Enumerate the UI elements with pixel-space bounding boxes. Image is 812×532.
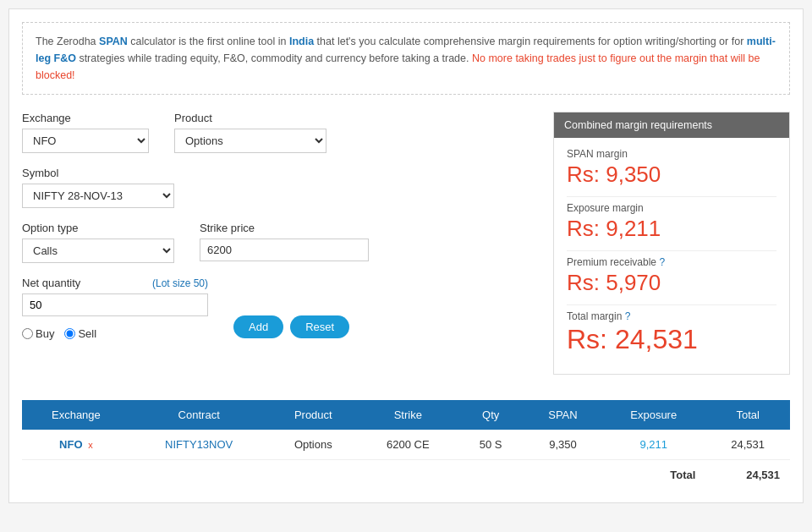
product-label: Product [174, 112, 326, 124]
option-type-label: Option type [22, 222, 174, 234]
span-margin-value: Rs: 9,350 [567, 162, 776, 188]
contract-link[interactable]: NIFTY13NOV [165, 438, 233, 451]
main-container: The Zerodha SPAN calculator is the first… [8, 8, 804, 503]
exchange-select[interactable]: NFO NSE BSE MCX CDS [22, 129, 149, 153]
col-qty: Qty [458, 400, 524, 430]
span-highlight: SPAN [99, 36, 128, 47]
symbol-row: Symbol NIFTY 28-NOV-13 [22, 167, 536, 208]
symbol-select[interactable]: NIFTY 28-NOV-13 [22, 184, 174, 208]
product-select[interactable]: Options Futures Equity [174, 129, 326, 153]
no-more-highlight: No more taking trades just to figure out… [36, 52, 760, 81]
cell-exposure: 9,211 [601, 430, 705, 460]
margin-box-body: SPAN margin Rs: 9,350 Exposure margin Rs… [554, 138, 789, 374]
net-qty-input[interactable]: 50 [22, 293, 208, 316]
margin-box: Combined margin requirements SPAN margin… [553, 112, 790, 375]
add-button[interactable]: Add [233, 315, 283, 338]
form-section: Exchange NFO NSE BSE MCX CDS Product Opt… [22, 112, 790, 375]
cell-strike: 6200 CE [359, 430, 458, 460]
col-contract: Contract [130, 400, 268, 430]
col-product: Product [268, 400, 359, 430]
exchange-label: Exchange [22, 112, 149, 124]
cell-exchange: NFO x [22, 430, 130, 460]
footer-label: Total [22, 460, 705, 491]
sell-radio[interactable] [64, 328, 75, 339]
table-footer-row: Total 24,531 [22, 460, 790, 491]
col-strike: Strike [359, 400, 458, 430]
option-strike-row: Option type Calls Puts Strike price 6200 [22, 222, 536, 263]
exposure-margin-label: Exposure margin [567, 202, 776, 214]
buy-radio[interactable] [22, 328, 33, 339]
col-exposure: Exposure [601, 400, 705, 430]
info-box: The Zerodha SPAN calculator is the first… [22, 22, 790, 95]
exchange-product-row: Exchange NFO NSE BSE MCX CDS Product Opt… [22, 112, 536, 153]
cell-qty: 50 S [458, 430, 524, 460]
col-span: SPAN [524, 400, 601, 430]
strike-price-input[interactable]: 6200 [200, 239, 369, 261]
action-buttons: Add Reset [233, 315, 349, 338]
total-margin-question-icon[interactable]: ? [625, 310, 631, 322]
product-group: Product Options Futures Equity [174, 112, 326, 153]
net-qty-label: Net quantity [22, 277, 80, 289]
premium-question-icon[interactable]: ? [659, 256, 665, 268]
premium-receivable-item: Premium receivable ? Rs: 5,970 [567, 256, 776, 296]
total-margin-item: Total margin ? Rs: 24,531 [567, 310, 776, 355]
exposure-margin-value: Rs: 9,211 [567, 216, 776, 242]
option-type-group: Option type Calls Puts [22, 222, 174, 263]
net-qty-label-row: Net quantity (Lot size 50) [22, 277, 208, 289]
net-qty-group: Net quantity (Lot size 50) 50 Buy Sell [22, 277, 208, 340]
premium-receivable-value: Rs: 5,970 [567, 270, 776, 296]
exchange-group: Exchange NFO NSE BSE MCX CDS [22, 112, 149, 153]
net-qty-buttons-row: Net quantity (Lot size 50) 50 Buy Sell [22, 277, 536, 340]
total-margin-label: Total margin ? [567, 310, 776, 322]
form-left: Exchange NFO NSE BSE MCX CDS Product Opt… [22, 112, 536, 354]
span-margin-label: SPAN margin [567, 148, 776, 160]
cell-span: 9,350 [524, 430, 601, 460]
sell-radio-label[interactable]: Sell [64, 327, 96, 340]
results-table: Exchange Contract Product Strike Qty SPA… [22, 400, 790, 490]
total-margin-value: Rs: 24,531 [567, 324, 776, 355]
footer-value: 24,531 [705, 460, 790, 491]
buy-radio-label[interactable]: Buy [22, 327, 54, 340]
cell-contract: NIFTY13NOV [130, 430, 268, 460]
table-header-row: Exchange Contract Product Strike Qty SPA… [22, 400, 790, 430]
strike-price-label: Strike price [200, 222, 369, 234]
cell-product: Options [268, 430, 359, 460]
info-text: The Zerodha SPAN calculator is the first… [36, 36, 776, 81]
option-type-select[interactable]: Calls Puts [22, 239, 174, 263]
remove-icon[interactable]: x [88, 440, 93, 450]
span-margin-item: SPAN margin Rs: 9,350 [567, 148, 776, 188]
symbol-label: Symbol [22, 167, 174, 179]
reset-button[interactable]: Reset [290, 315, 349, 338]
premium-receivable-label: Premium receivable ? [567, 256, 776, 268]
table-row: NFO x NIFTY13NOV Options 6200 CE 50 S 9,… [22, 430, 790, 460]
strike-price-group: Strike price 6200 [200, 222, 369, 263]
lot-size-text: (Lot size 50) [152, 277, 208, 289]
symbol-group: Symbol NIFTY 28-NOV-13 [22, 167, 174, 208]
exposure-margin-item: Exposure margin Rs: 9,211 [567, 202, 776, 242]
col-exchange: Exchange [22, 400, 130, 430]
cell-total: 24,531 [705, 430, 790, 460]
col-total: Total [705, 400, 790, 430]
buy-sell-radios: Buy Sell [22, 327, 208, 340]
india-highlight: India [289, 36, 314, 47]
margin-box-header: Combined margin requirements [554, 112, 789, 138]
